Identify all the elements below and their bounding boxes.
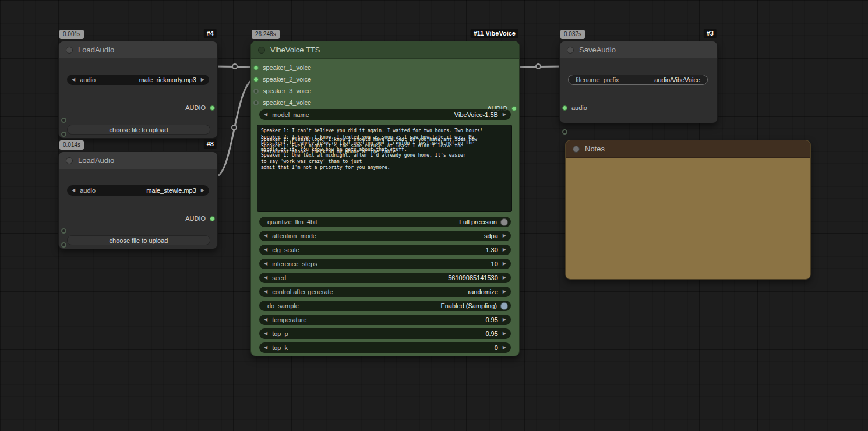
node-title: Notes	[585, 144, 605, 153]
decrement-arrow-icon[interactable]: ◀	[263, 275, 269, 280]
decrement-arrow-icon[interactable]: ◀	[263, 345, 269, 350]
link-midpoint-dot[interactable]	[232, 125, 237, 130]
output-label: AUDIO	[185, 104, 206, 111]
widget-convert-dot[interactable]	[61, 132, 66, 137]
widget-seed[interactable]: ◀seed56109085141530▶	[259, 273, 511, 283]
widget-top_p[interactable]: ◀top_p0.95▶	[259, 328, 511, 339]
widget-value: 0.95	[485, 330, 497, 337]
widget-do_sample[interactable]: do_sampleEnabled (Sampling)	[259, 301, 511, 311]
node-title: SaveAudio	[579, 45, 616, 54]
input-slot-audio[interactable]: audio	[562, 102, 587, 114]
notes-body[interactable]	[566, 158, 810, 279]
output-dot-audio[interactable]	[511, 106, 517, 111]
node-graph-canvas[interactable]: 0.001s #4 0.014s #8 26.248s #11 VibeVoic…	[0, 0, 868, 431]
node-titlebar[interactable]: SaveAudio	[560, 41, 717, 59]
widget-convert-dot[interactable]	[562, 129, 567, 135]
increment-arrow-icon[interactable]: ▶	[502, 289, 507, 294]
widget-value: Full precision	[459, 218, 497, 225]
widget-inference_steps[interactable]: ◀inference_steps10▶	[259, 259, 511, 269]
increment-arrow-icon[interactable]: ▶	[502, 234, 507, 238]
increment-arrow-icon[interactable]: ▶	[200, 188, 206, 193]
input-slot-speaker_1_voice[interactable]: speaker_1_voice	[253, 62, 311, 73]
node-loadaudio-8[interactable]: LoadAudio AUDIO ◀ audio male_stewie.mp3 …	[58, 151, 218, 249]
widget-value: VibeVoice-1.5B	[454, 111, 498, 118]
widget-control_after_generate[interactable]: ◀control after generaterandomize▶	[259, 287, 511, 297]
node-title: LoadAudio	[78, 156, 114, 165]
input-label: speaker_2_voice	[263, 76, 311, 83]
input-slot-speaker_2_voice[interactable]: speaker_2_voice	[253, 73, 311, 85]
decrement-arrow-icon[interactable]: ◀	[263, 317, 269, 322]
collapse-dot-icon[interactable]	[258, 47, 265, 54]
input-dot-speaker_3_voice[interactable]	[253, 89, 259, 94]
increment-arrow-icon[interactable]: ▶	[502, 275, 507, 280]
decrement-arrow-icon[interactable]: ◀	[263, 331, 269, 336]
choose-file-button[interactable]: choose file to upload	[67, 235, 210, 245]
widget-value: male_rickmorty.mp3	[139, 76, 196, 83]
input-slot-speaker_4_voice[interactable]: speaker_4_voice	[253, 97, 311, 108]
widget-value: 0.95	[485, 316, 497, 323]
widget-convert-dot[interactable]	[61, 242, 66, 248]
input-label: speaker_4_voice	[263, 99, 311, 106]
widget-label: cfg_scale	[272, 246, 299, 253]
output-dot-audio[interactable]	[210, 105, 215, 111]
widget-model_name[interactable]: ◀ model_name VibeVoice-1.5B ▶	[259, 109, 511, 120]
choose-file-button[interactable]: choose file to upload	[67, 125, 210, 135]
increment-arrow-icon[interactable]: ▶	[502, 345, 507, 350]
widget-label: filename_prefix	[576, 76, 619, 83]
input-dot-speaker_1_voice[interactable]	[253, 65, 259, 70]
script-textarea[interactable]: Speaker 1: I can't believe you did it ag…	[257, 125, 512, 212]
node-saveaudio[interactable]: SaveAudio audio filename_prefix audio/Vi…	[559, 41, 718, 123]
increment-arrow-icon[interactable]: ▶	[502, 317, 507, 322]
decrement-arrow-icon[interactable]: ◀	[70, 77, 76, 82]
widget-convert-dot[interactable]	[61, 118, 66, 123]
node-loadaudio-4[interactable]: LoadAudio AUDIO ◀ audio male_rickmorty.m…	[58, 41, 218, 139]
collapse-dot-icon[interactable]	[66, 157, 73, 164]
output-slot-audio[interactable]: AUDIO	[185, 102, 215, 114]
link-midpoint-dot[interactable]	[536, 64, 541, 69]
widget-convert-dot[interactable]	[61, 228, 66, 234]
increment-arrow-icon[interactable]: ▶	[502, 331, 507, 336]
link-midpoint-dot[interactable]	[232, 64, 237, 69]
input-dot-speaker_4_voice[interactable]	[253, 100, 259, 105]
node-titlebar[interactable]: LoadAudio	[59, 41, 217, 59]
widget-audio[interactable]: ◀ audio male_rickmorty.mp3 ▶	[67, 75, 209, 85]
widget-quantize_llm_4bit[interactable]: quantize_llm_4bitFull precision	[259, 217, 511, 227]
collapse-dot-icon[interactable]	[567, 47, 574, 54]
input-dot-speaker_2_voice[interactable]	[253, 77, 259, 82]
node-id-badge: #8	[204, 139, 217, 149]
decrement-arrow-icon[interactable]: ◀	[263, 234, 269, 238]
widget-top_k[interactable]: ◀top_k0▶	[259, 342, 511, 353]
decrement-arrow-icon[interactable]: ◀	[263, 112, 269, 117]
widget-value: randomize	[468, 288, 497, 295]
widget-value: 0	[495, 344, 498, 351]
widget-temperature[interactable]: ◀temperature0.95▶	[259, 315, 511, 325]
widget-filename_prefix[interactable]: filename_prefix audio/VibeVoice	[568, 75, 708, 85]
collapse-dot-icon[interactable]	[66, 47, 73, 54]
quantize_llm_4bit-toggle-dot[interactable]	[500, 218, 508, 226]
node-notes[interactable]: Notes	[565, 140, 811, 280]
increment-arrow-icon[interactable]: ▶	[200, 77, 206, 82]
input-dot-audio[interactable]	[562, 105, 567, 111]
node-titlebar[interactable]: LoadAudio	[59, 152, 217, 169]
decrement-arrow-icon[interactable]: ◀	[263, 248, 269, 252]
decrement-arrow-icon[interactable]: ◀	[263, 262, 269, 266]
increment-arrow-icon[interactable]: ▶	[502, 248, 507, 252]
decrement-arrow-icon[interactable]: ◀	[70, 188, 76, 193]
widget-value: 56109085141530	[448, 274, 498, 281]
widget-cfg_scale[interactable]: ◀cfg_scale1.30▶	[259, 245, 511, 255]
widget-value: sdpa	[484, 232, 498, 239]
node-titlebar[interactable]: VibeVoice TTS	[251, 41, 519, 59]
node-titlebar[interactable]: Notes	[566, 140, 810, 158]
output-dot-audio[interactable]	[210, 216, 215, 221]
decrement-arrow-icon[interactable]: ◀	[263, 289, 269, 294]
increment-arrow-icon[interactable]: ▶	[502, 262, 507, 266]
widget-audio[interactable]: ◀ audio male_stewie.mp3 ▶	[67, 185, 209, 196]
input-slot-speaker_3_voice[interactable]: speaker_3_voice	[253, 85, 311, 97]
widget-attention_mode[interactable]: ◀attention_modesdpa▶	[259, 231, 511, 241]
widget-label: temperature	[272, 316, 306, 323]
node-vibevoice-tts[interactable]: VibeVoice TTS AUDIO speaker_1_voicespeak…	[250, 41, 520, 356]
increment-arrow-icon[interactable]: ▶	[502, 112, 507, 117]
do_sample-toggle-dot[interactable]	[500, 302, 508, 310]
output-slot-audio[interactable]: AUDIO	[185, 213, 215, 224]
collapse-dot-icon[interactable]	[573, 146, 580, 153]
